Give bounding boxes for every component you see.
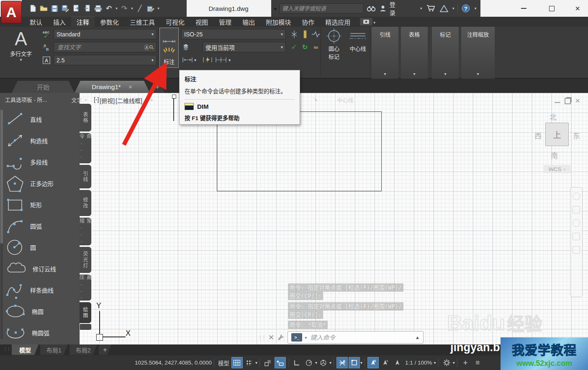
quick-dim-icon[interactable] [202, 55, 213, 64]
palette-tab-command[interactable]: 命令... [80, 133, 91, 163]
dock-close-icon[interactable]: ✕ [268, 333, 274, 342]
viewcube-west[interactable]: 西 [534, 130, 542, 141]
layout-tab-layout2[interactable]: 布局2 [69, 344, 97, 355]
command-prompt-icon[interactable]: >_ [291, 333, 302, 342]
viewport-close-icon[interactable]: ✕ [575, 97, 580, 105]
jog-line-icon[interactable] [311, 29, 321, 39]
new-layout-button[interactable]: + [99, 344, 111, 355]
polar-dropdown-icon[interactable]: ▾ [315, 360, 317, 365]
measure-icon[interactable]: ╱ [135, 3, 145, 14]
close-button[interactable]: × [568, 0, 587, 17]
tab-output[interactable]: 输出 [237, 17, 260, 27]
dim-update-icon[interactable]: ↻ [300, 42, 310, 52]
tab-addins[interactable]: 附加模块 [260, 17, 296, 27]
tab-default[interactable]: 默认 [24, 17, 48, 27]
annotation-visibility-button[interactable] [367, 357, 379, 368]
adjust-spacing-icon[interactable] [300, 29, 310, 39]
file-tab-drawing1[interactable]: Drawing1* ✕ [74, 81, 150, 93]
recent-commands-icon[interactable]: ▾ [305, 335, 307, 340]
viewcube-east[interactable]: 东 [573, 130, 580, 141]
panel-markup[interactable]: 标记▾ [432, 27, 459, 79]
centerline-panel-label[interactable]: 中心线 [321, 95, 370, 105]
save-icon[interactable] [49, 3, 59, 14]
user-icon[interactable] [379, 5, 387, 12]
palette-item-polygon[interactable]: 正多边形 [4, 174, 78, 193]
find-text-field[interactable]: Ⓐ [54, 42, 157, 52]
continue-dim-icon[interactable] [214, 55, 228, 64]
viewcube-wcs-menu[interactable]: WCS▾ [543, 165, 571, 173]
text-style-combo[interactable]: Standard▾ [54, 29, 157, 39]
qat-customize-icon[interactable]: ▾ [157, 6, 160, 10]
palette-tab-fluorescent[interactable]: 荧光灯 [80, 247, 91, 273]
undo-dropdown-icon[interactable]: ▾ [115, 6, 118, 10]
viewcube-south[interactable]: 南 [551, 150, 558, 160]
annotation-monitor-button[interactable]: + [460, 357, 471, 368]
dynamic-input-button[interactable] [275, 357, 286, 368]
palette-tab-general[interactable]: 常规... [80, 218, 91, 245]
palette-item-arc[interactable]: 圆弧 [4, 216, 78, 236]
palette-item-ellipse[interactable]: 椭圆 [4, 302, 78, 321]
export-icon[interactable] [71, 3, 81, 14]
linear-dim-dropdown-icon[interactable]: ▾ [194, 58, 196, 62]
palette-item-rectangle[interactable]: 矩形 [4, 195, 78, 214]
viewport-minimize-icon[interactable] [555, 102, 560, 103]
navigation-bar[interactable] [570, 187, 583, 297]
palette-tab-tables[interactable]: 表格 [80, 104, 91, 131]
nav-wheel-icon[interactable] [573, 193, 580, 200]
panel-annotation-scaling[interactable]: 注释缩放▾ [461, 27, 495, 79]
palette-tab-highvoltage[interactable]: 高压... [80, 275, 91, 301]
drawing-canvas[interactable]: [-] [俯视] [二维线框] ✕ 北 西 上 东 南 WCS▾ [80, 93, 588, 344]
polar-tracking-button[interactable] [303, 357, 315, 368]
new-drawing-tab-button[interactable]: + [150, 81, 165, 93]
sign-in-dropdown-icon[interactable]: ▾ [419, 6, 423, 10]
command-input[interactable] [309, 334, 413, 342]
dim-style-combo[interactable]: ISO-25▾ [181, 29, 286, 39]
text-panel-launcher-icon[interactable]: ↘ [149, 96, 153, 102]
ribbon-display-dropdown-icon[interactable]: ▾ [372, 21, 376, 25]
sign-in-label[interactable]: 登录 [390, 0, 400, 17]
tab-manage[interactable]: 管理 [213, 17, 237, 27]
nav-zoom-icon[interactable] [573, 219, 580, 227]
spell-check-icon[interactable]: ABC ✓ [40, 29, 52, 40]
customization-menu-button[interactable]: ≡ [472, 357, 483, 368]
drawn-line-object[interactable] [173, 98, 174, 121]
tab-view[interactable]: 视图 [190, 17, 213, 27]
layout-tab-layout1[interactable]: 布局1 [40, 344, 68, 355]
viewport-restore-icon[interactable] [565, 98, 571, 104]
find-circled-a-icon[interactable]: Ⓐ [144, 43, 149, 51]
annotation-scale-button[interactable] [392, 357, 403, 368]
panel-tables[interactable]: 表格▾ [401, 27, 428, 79]
help-dropdown-icon[interactable]: ▾ [474, 6, 477, 10]
redo-icon[interactable]: ↷ [119, 3, 129, 14]
tab-collaborate[interactable]: 协作 [296, 17, 320, 27]
workspace-dropdown-icon[interactable]: ▾ [453, 360, 455, 365]
save-as-icon[interactable] [60, 3, 70, 14]
autodesk-exchange-icon[interactable] [439, 5, 449, 12]
viewcube-top-face[interactable]: 上 [545, 123, 569, 146]
infocenter-collapse-icon[interactable]: ▸ [275, 6, 277, 11]
dim-panel-launcher-icon[interactable]: ↘ [313, 96, 318, 102]
palette-tab-overflow-grip[interactable] [80, 324, 91, 330]
line-grip-handle[interactable] [172, 95, 176, 99]
app-menu-button[interactable]: A [1, 1, 22, 23]
dim-button[interactable]: 标注 [159, 28, 179, 68]
isometric-drafting-button[interactable] [318, 357, 329, 368]
minimize-button[interactable] [514, 0, 533, 17]
layout-bar-grip[interactable]: ⋮⋮ [3, 347, 10, 351]
sheet-set-icon[interactable] [146, 3, 156, 14]
model-space-button[interactable]: 模型 [218, 359, 229, 367]
plot-icon[interactable] [93, 3, 103, 14]
app-store-cart-icon[interactable] [425, 5, 437, 12]
palette-item-polyline[interactable]: 多段线 [4, 152, 78, 172]
osnap-dropdown-icon[interactable]: ▾ [360, 360, 362, 365]
text-height-combo[interactable]: 2.5▾ [54, 55, 157, 65]
annotation-autoscale-button[interactable] [380, 357, 391, 368]
palette-tab-leaders[interactable]: 引线 [80, 165, 91, 188]
tab-annotate[interactable]: 注释 [71, 16, 95, 27]
snap-mode-button[interactable] [244, 357, 255, 368]
command-input-bar[interactable]: >_ ▾ ▲ [288, 331, 424, 344]
help-search-input[interactable] [280, 3, 364, 13]
grid-display-button[interactable] [231, 357, 243, 368]
palette-item-circle[interactable]: 圆 [4, 238, 78, 257]
file-tab-start[interactable]: 开始 [12, 81, 74, 93]
